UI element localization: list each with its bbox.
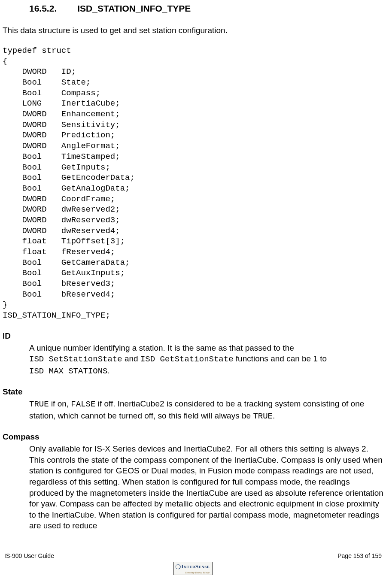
- footer-left: IS-900 User Guide: [4, 552, 54, 560]
- code-inline: ISD_SetStationState: [29, 355, 122, 364]
- code-inline: TRUE: [253, 412, 273, 421]
- term-state-desc: TRUE if on, FALSE if off. InertiaCube2 i…: [29, 398, 383, 422]
- page-footer: IS-900 User Guide Page 153 of 159 ❍Inter…: [0, 552, 386, 575]
- footer-right: Page 153 of 159: [337, 552, 382, 560]
- text: functions and can be 1 to: [234, 354, 327, 363]
- intro-paragraph: This data structure is used to get and s…: [3, 25, 383, 36]
- term-id-label: ID: [3, 330, 383, 342]
- text: .: [107, 366, 109, 375]
- section-heading: 16.5.2.ISD_STATION_INFO_TYPE: [3, 0, 383, 15]
- code-block: typedef struct { DWORD ID; Bool State; B…: [3, 45, 383, 321]
- footer-logo: ❍InterSense Sensing Every Move: [4, 562, 382, 575]
- term-compass-desc: Only available for IS-X Series devices a…: [29, 443, 383, 531]
- code-inline: FALSE: [71, 400, 95, 409]
- code-inline: TRUE: [29, 400, 49, 409]
- term-state-label: State: [3, 386, 383, 397]
- text: .: [273, 411, 275, 420]
- logo-text: InterSense: [181, 563, 210, 570]
- section-number: 16.5.2.: [29, 3, 57, 15]
- text: and: [122, 354, 140, 363]
- section-title: ISD_STATION_INFO_TYPE: [77, 3, 191, 13]
- term-compass-label: Compass: [3, 431, 383, 443]
- text: Only available for IS-X Series devices a…: [29, 444, 383, 530]
- text: if on,: [49, 399, 71, 408]
- code-inline: ISD_MAX_STATIONS: [29, 367, 107, 376]
- globe-icon: ❍: [175, 563, 181, 571]
- term-id-desc: A unique number identifying a station. I…: [29, 342, 383, 377]
- text: A unique number identifying a station. I…: [29, 343, 294, 352]
- code-inline: ISD_GetStationState: [140, 355, 234, 364]
